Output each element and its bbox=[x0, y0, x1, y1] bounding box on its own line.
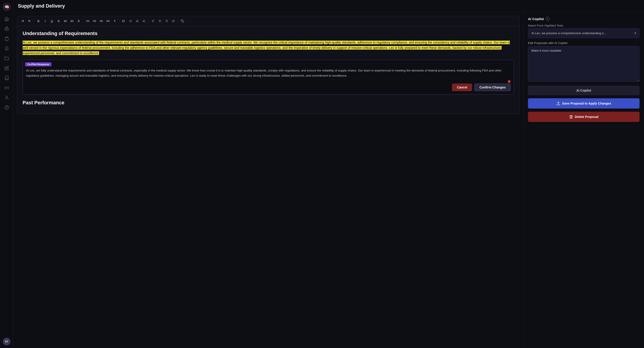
svg-point-14 bbox=[122, 21, 123, 21]
chevron-down-icon: ▾ bbox=[634, 31, 636, 35]
divider-5 bbox=[178, 19, 178, 23]
redo-button[interactable]: ↻ bbox=[26, 18, 32, 24]
past-performance-heading: Past Performance bbox=[22, 100, 514, 106]
svg-point-15 bbox=[122, 21, 123, 22]
ai-copilot-button[interactable]: Ai Copilot bbox=[528, 86, 640, 95]
user-avatar[interactable]: ST bbox=[3, 338, 10, 345]
clear-format-button[interactable]: T̶ bbox=[76, 18, 82, 24]
delete-proposal-label: Delete Proposal bbox=[575, 115, 598, 119]
subscript-button[interactable]: X2 bbox=[62, 18, 68, 24]
svg-point-3 bbox=[6, 29, 6, 29]
strikethrough-button[interactable]: S bbox=[56, 18, 62, 24]
sidebar-home-icon[interactable] bbox=[2, 15, 11, 23]
panel-title-text: Ai Copilot bbox=[528, 17, 544, 21]
red-dot-indicator bbox=[508, 80, 510, 83]
copilot-actions: Cancel Confirm Changes bbox=[23, 81, 514, 94]
svg-point-7 bbox=[6, 96, 8, 98]
select-label: Select From Highlited Texts bbox=[528, 24, 640, 27]
svg-rect-39 bbox=[182, 20, 184, 22]
underline-button[interactable]: U bbox=[49, 18, 55, 24]
svg-rect-5 bbox=[6, 37, 8, 37]
italic-button[interactable]: I bbox=[42, 18, 48, 24]
save-icon bbox=[556, 101, 560, 105]
align-justify-button[interactable] bbox=[170, 18, 176, 24]
text-format-button[interactable]: T bbox=[112, 18, 118, 24]
bold-button[interactable]: B bbox=[35, 18, 42, 24]
sidebar-help-icon[interactable] bbox=[2, 103, 11, 112]
page-header: Supply and Delivery bbox=[14, 0, 644, 12]
ordered-list-button[interactable] bbox=[128, 18, 134, 24]
indent-button[interactable] bbox=[134, 18, 140, 24]
editor-body: Understanding of Requirements At Lex, we… bbox=[17, 26, 520, 114]
divider-1 bbox=[34, 19, 34, 23]
divider-4 bbox=[148, 19, 149, 23]
highlighted-paragraph[interactable]: At Lex, we possess a comprehensive under… bbox=[22, 40, 514, 56]
copilot-response-text: At Lex, we fully understand the requirem… bbox=[23, 68, 514, 81]
align-center-button[interactable] bbox=[157, 18, 163, 24]
edit-proposals-label: Edit Proposals with AI Copilot bbox=[528, 41, 640, 45]
sidebar-edit-icon[interactable] bbox=[2, 64, 11, 72]
copilot-response-label: Co-Pilot Response bbox=[25, 62, 52, 66]
align-left-button[interactable] bbox=[150, 18, 156, 24]
svg-point-6 bbox=[6, 87, 7, 88]
save-proposal-button[interactable]: Save Proposal to Apply Changes bbox=[528, 98, 640, 109]
edit-proposals-section: Edit Proposals with AI Copilot bbox=[528, 41, 640, 83]
h2-button[interactable]: H2 bbox=[92, 18, 98, 24]
trash-icon bbox=[569, 115, 573, 119]
editor-toolbar: ↺ ↻ B I U S X2 X2 T̶ H1 H2 H3 H4 T bbox=[17, 16, 520, 26]
save-proposal-label: Save Proposal to Apply Changes bbox=[562, 102, 611, 105]
content-area: ↺ ↻ B I U S X2 X2 T̶ H1 H2 H3 H4 T bbox=[14, 12, 644, 348]
svg-text:🧠: 🧠 bbox=[4, 5, 9, 9]
confirm-changes-button[interactable]: Confirm Changes bbox=[474, 84, 511, 91]
delete-proposal-button[interactable]: Delete Proposal bbox=[528, 112, 640, 122]
info-icon[interactable]: i bbox=[546, 17, 550, 21]
editor-section: ↺ ↻ B I U S X2 X2 T̶ H1 H2 H3 H4 T bbox=[14, 12, 523, 348]
editor-content[interactable]: At Lex, we possess a comprehensive under… bbox=[22, 40, 514, 56]
h4-button[interactable]: H4 bbox=[105, 18, 111, 24]
highlighted-texts-dropdown[interactable]: At Lex, we possess a comprehensive under… bbox=[528, 28, 640, 38]
proposals-textarea[interactable] bbox=[528, 46, 640, 82]
sidebar-clipboard-icon[interactable] bbox=[2, 34, 11, 43]
page-title: Supply and Delivery bbox=[18, 3, 640, 9]
svg-point-4 bbox=[7, 29, 8, 29]
outdent-button[interactable] bbox=[141, 18, 147, 24]
copilot-response-box: Co-Pilot Response At Lex, we fully under… bbox=[22, 60, 514, 94]
cancel-button[interactable]: Cancel bbox=[452, 84, 472, 91]
select-value: At Lex, we possess a comprehensive under… bbox=[531, 31, 606, 35]
sidebar: 🧠 bbox=[0, 0, 14, 348]
divider-3 bbox=[119, 19, 120, 23]
svg-point-13 bbox=[122, 20, 123, 20]
bullet-list-button[interactable] bbox=[121, 18, 127, 24]
h3-button[interactable]: H3 bbox=[98, 18, 104, 24]
divider-2 bbox=[83, 19, 84, 23]
align-right-button[interactable] bbox=[164, 18, 170, 24]
main-area: Supply and Delivery ↺ ↻ B I U S X2 X2 T̶… bbox=[14, 0, 644, 348]
sidebar-plugin-icon[interactable] bbox=[2, 84, 11, 92]
svg-rect-2 bbox=[5, 28, 8, 31]
app-logo[interactable]: 🧠 bbox=[2, 3, 11, 11]
section-title: Understanding of Requirements bbox=[22, 31, 514, 36]
h1-button[interactable]: H1 bbox=[85, 18, 91, 24]
copy-format-button[interactable] bbox=[179, 18, 186, 24]
superscript-button[interactable]: X2 bbox=[69, 18, 75, 24]
sidebar-user-icon[interactable] bbox=[2, 93, 11, 102]
sidebar-bot-icon[interactable] bbox=[2, 24, 11, 33]
sidebar-folder-icon[interactable] bbox=[2, 54, 11, 63]
undo-button[interactable]: ↺ bbox=[20, 18, 26, 24]
right-panel: Ai Copilot i Select From Highlited Texts… bbox=[523, 12, 644, 348]
panel-title-row: Ai Copilot i bbox=[528, 17, 640, 21]
sidebar-book-icon[interactable] bbox=[2, 74, 11, 82]
sidebar-bell-icon[interactable] bbox=[2, 44, 11, 53]
select-from-highlighted: Select From Highlited Texts At Lex, we p… bbox=[528, 24, 640, 38]
